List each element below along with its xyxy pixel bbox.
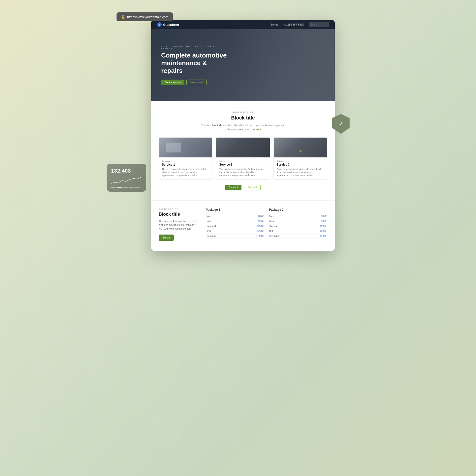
package-1-value-free: $0.00 (258, 215, 264, 218)
service-card-1-desc: This is a service description. Add more … (162, 168, 209, 177)
nav-phone: +1 234 567 8910 (283, 23, 304, 26)
package-1-row-standard: Standard $19.00 (206, 224, 264, 229)
package-2-value-free: $0.00 (321, 215, 327, 218)
package-1-label-free: Free (206, 215, 211, 218)
service-card-2-category: Category (219, 160, 267, 162)
hero-buttons: Book a service Learn more (161, 80, 228, 85)
package-2-row-free: Free $0.00 (269, 214, 327, 219)
service-card-2-body: Category Service 2 This is a service des… (216, 157, 269, 179)
package-2-title: Package 2 (269, 208, 327, 211)
pricing-section: SUPERSCRIPT Block title This is a block … (151, 200, 335, 251)
package-1-value-premium: $99.00 (256, 235, 264, 238)
nav-logo: ◎ Glassboro (157, 22, 179, 27)
pricing-right: Package 1 Free $0.00 Basic $9.00 Standar… (206, 208, 327, 241)
package-2-row-gold: Gold $29.00 (269, 229, 327, 234)
package-1-value-gold: $29.00 (256, 230, 264, 233)
stats-card: 132,403 (107, 164, 146, 192)
pricing-desc: This is a block description. To edit, cl… (159, 219, 198, 231)
learn-more-button[interactable]: Learn more (186, 80, 207, 85)
package-1-label-basic: Basic (206, 220, 212, 223)
package-1-value-standard: $19.00 (256, 225, 264, 228)
url-bar: 🔒 https://www.yourdomain.com (117, 12, 173, 21)
stats-dots (111, 187, 142, 188)
pricing-layout: SUPERSCRIPT Block title This is a block … (159, 208, 327, 241)
package-2-label-premium: Premium (269, 235, 279, 238)
package-1-title: Package 1 (206, 208, 264, 211)
pricing-left: SUPERSCRIPT Block title This is a block … (159, 208, 198, 241)
pricing-package-2: Package 2 Free $0.00 Basic $9.00 Standar… (269, 208, 327, 241)
services-title: Block title (159, 115, 327, 121)
services-section-header: SUPERSCRIPT Block title This is a block … (159, 111, 327, 131)
logo-text: Glassboro (163, 23, 179, 27)
services-section: SUPERSCRIPT Block title This is a block … (151, 101, 335, 200)
hero-content: REPAIR, MAINTAIN AND SERVICE FOR ALL VEH… (151, 45, 238, 86)
stats-dot-5 (135, 187, 140, 188)
stats-dot-3 (123, 187, 128, 188)
site-nav: ◎ Glassboro Home +1 234 567 8910 (151, 20, 335, 29)
package-1-row-basic: Basic $9.00 (206, 219, 264, 224)
services-desc-link[interactable]: content (252, 128, 261, 131)
book-service-button[interactable]: Book a service (161, 80, 184, 85)
service-card-1-image (159, 138, 212, 157)
hero-mechanic-image (234, 29, 335, 101)
service-card-3-desc: This is a service description. Add more … (277, 168, 324, 177)
service-cards: Category Service 1 This is a service des… (159, 137, 327, 180)
browser-window: ◎ Glassboro Home +1 234 567 8910 REPAIR,… (151, 20, 335, 251)
services-description: This is a block description. To edit, cl… (201, 123, 285, 131)
pricing-superscript: SUPERSCRIPT (159, 208, 198, 210)
logo-icon: ◎ (157, 22, 162, 27)
nav-search-input[interactable] (309, 22, 329, 27)
service-card-2-title: Service 2 (219, 163, 267, 166)
url-text: https://www.yourdomain.com (127, 15, 168, 19)
services-superscript: SUPERSCRIPT (159, 111, 327, 114)
package-2-row-basic: Basic $9.00 (269, 219, 327, 224)
service-card-3-image (274, 138, 327, 157)
package-2-label-gold: Gold (269, 230, 274, 233)
package-1-row-free: Free $0.00 (206, 214, 264, 219)
nav-links: Home +1 234 567 8910 (271, 22, 329, 27)
package-2-label-free: Free (269, 215, 274, 218)
lock-icon: 🔒 (121, 15, 125, 19)
package-2-row-premium: Premium $99.00 (269, 234, 327, 239)
service-card-3: Category Service 3 This is a service des… (273, 137, 327, 180)
services-button-2[interactable]: Button 2 (244, 185, 261, 190)
services-section-buttons: Button 1 Button 2 (159, 185, 327, 190)
services-button-1[interactable]: Button 1 (225, 185, 241, 190)
service-card-2: Category Service 2 This is a service des… (216, 137, 270, 180)
stats-chart (111, 176, 142, 185)
nav-home-link[interactable]: Home (271, 23, 278, 26)
package-1-label-gold: Gold (206, 230, 211, 233)
hero-section: REPAIR, MAINTAIN AND SERVICE FOR ALL VEH… (151, 29, 335, 101)
package-1-label-standard: Standard (206, 225, 216, 228)
stats-dot-1 (111, 187, 116, 188)
package-2-value-gold: $29.00 (320, 230, 327, 233)
pricing-package-1: Package 1 Free $0.00 Basic $9.00 Standar… (206, 208, 264, 241)
package-2-value-basic: $9.00 (321, 220, 327, 223)
service-card-1-body: Category Service 1 This is a service des… (159, 157, 212, 179)
service-card-3-title: Service 3 (277, 163, 324, 166)
service-card-2-desc: This is a service description. Add more … (219, 168, 267, 177)
service-card-1-title: Service 1 (162, 163, 209, 166)
pricing-button[interactable]: Button (159, 235, 174, 241)
stats-dot-2 (117, 187, 122, 188)
service-card-3-body: Category Service 3 This is a service des… (274, 157, 327, 179)
package-2-value-standard: $19.00 (320, 225, 327, 228)
service-card-2-image (216, 138, 269, 157)
package-2-label-standard: Standard (269, 225, 279, 228)
svg-point-0 (140, 177, 141, 178)
stats-number: 132,403 (111, 168, 142, 174)
package-1-label-premium: Premium (206, 235, 216, 238)
pricing-title: Block title (159, 212, 198, 217)
hero-superscript: REPAIR, MAINTAIN AND SERVICE FOR ALL VEH… (161, 45, 228, 50)
stats-dot-4 (129, 187, 134, 188)
hero-title: Complete automotive maintenance & repair… (161, 52, 228, 75)
package-1-value-basic: $9.00 (258, 220, 264, 223)
package-2-value-premium: $99.00 (320, 235, 327, 238)
package-2-label-basic: Basic (269, 220, 275, 223)
package-2-row-standard: Standard $19.00 (269, 224, 327, 229)
service-card-1-category: Category (162, 160, 209, 162)
service-card-3-category: Category (277, 160, 324, 162)
service-card-1: Category Service 1 This is a service des… (159, 137, 212, 180)
package-1-row-gold: Gold $29.00 (206, 229, 264, 234)
package-1-row-premium: Premium $99.00 (206, 234, 264, 239)
